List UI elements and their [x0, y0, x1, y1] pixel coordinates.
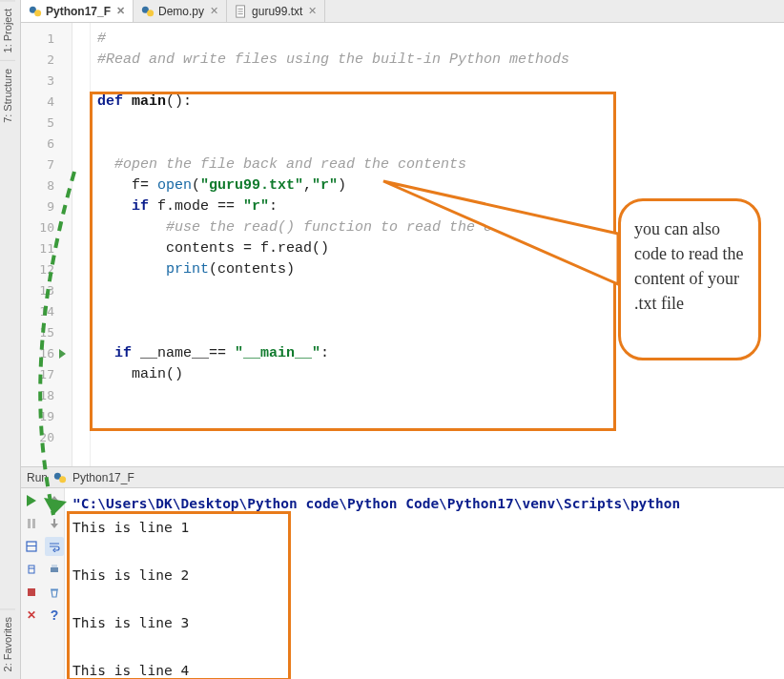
run-path: "C:\Users\DK\Desktop\Python code\Python … [72, 492, 776, 516]
svg-rect-11 [27, 545, 36, 546]
code-line[interactable] [97, 385, 784, 406]
tab-demo-py[interactable]: Demo.py✕ [134, 0, 227, 22]
step-up-icon[interactable] [45, 491, 64, 510]
code-line[interactable] [97, 71, 784, 92]
line-number: 5 [21, 113, 72, 134]
line-number: 17 [21, 364, 72, 385]
code-line[interactable]: #Read and write files using the built-in… [97, 50, 784, 71]
line-number: 10 [21, 217, 72, 238]
favorites-tool[interactable]: 2: Favorites [0, 608, 15, 679]
code-line[interactable] [97, 427, 784, 448]
line-number: 18 [21, 385, 72, 406]
line-number: 12 [21, 259, 72, 280]
gutter: 1234567891011121314151617181920 [21, 23, 72, 466]
line-number: 1 [21, 29, 72, 50]
step-down-icon[interactable] [45, 514, 64, 533]
svg-point-1 [34, 10, 41, 16]
svg-rect-9 [32, 519, 35, 528]
text-file-icon [235, 5, 248, 18]
svg-rect-8 [28, 519, 31, 528]
line-number: 16 [21, 343, 72, 364]
line-number: 15 [21, 322, 72, 343]
console-output: This is line 1 This is line 2 This is li… [72, 516, 776, 679]
line-number: 3 [21, 71, 72, 92]
line-number: 9 [21, 196, 72, 217]
console[interactable]: "C:\Users\DK\Desktop\Python code\Python … [65, 488, 784, 679]
line-number: 8 [21, 175, 72, 196]
line-number: 7 [21, 154, 72, 175]
wrap-icon[interactable] [45, 537, 64, 556]
output-line: This is line 1 [72, 516, 776, 540]
left-tool-strip: 1: Project 7: Structure 2: Favorites [0, 0, 21, 679]
tab-label: Demo.py [158, 5, 204, 18]
code-line[interactable]: main() [97, 364, 784, 385]
svg-rect-12 [29, 566, 34, 573]
output-line [72, 540, 776, 564]
line-number: 6 [21, 134, 72, 154]
svg-rect-13 [51, 567, 58, 572]
pause-icon[interactable] [22, 514, 41, 533]
run-button[interactable] [22, 491, 41, 510]
output-line: This is line 2 [72, 564, 776, 587]
tab-python17-f[interactable]: Python17_F✕ [21, 0, 134, 22]
code-line[interactable]: #open the file back and read the content… [97, 154, 784, 175]
tab-close-icon[interactable]: ✕ [116, 5, 125, 17]
output-line [72, 587, 776, 611]
run-toolbar: ✕ ? [21, 488, 65, 679]
tab-guru99-txt[interactable]: guru99.txt✕ [227, 0, 325, 22]
structure-tool[interactable]: 7: Structure [0, 60, 15, 131]
run-gutter-arrow-icon[interactable] [59, 349, 66, 359]
svg-rect-14 [52, 565, 57, 567]
svg-rect-15 [28, 588, 35, 596]
svg-point-6 [59, 476, 66, 483]
output-line [72, 635, 776, 659]
run-panel: ✕ ? "C:\Users\DK\Desktop\Python code\Pyt… [21, 488, 784, 679]
layout-icon[interactable] [22, 537, 41, 556]
run-label: Run [27, 471, 48, 484]
python-icon [29, 5, 42, 18]
line-number: 13 [21, 280, 72, 301]
code-line[interactable]: def main(): [97, 92, 784, 113]
line-number: 2 [21, 50, 72, 71]
code-line[interactable] [97, 134, 784, 154]
output-line: This is line 3 [72, 611, 776, 635]
line-number: 19 [21, 406, 72, 427]
tab-close-icon[interactable]: ✕ [210, 5, 218, 17]
svg-point-3 [147, 10, 154, 16]
line-number: 14 [21, 301, 72, 322]
callout-bubble: you can also code to read the content of… [618, 198, 761, 360]
stop-icon[interactable] [22, 583, 41, 602]
code-line[interactable]: f= open("guru99.txt","r") [97, 175, 784, 196]
line-number: 11 [21, 238, 72, 259]
run-header: Run Python17_F [21, 467, 784, 488]
project-tool[interactable]: 1: Project [0, 0, 15, 60]
run-config-name: Python17_F [72, 471, 134, 484]
print-icon[interactable] [45, 560, 64, 579]
python-icon [53, 471, 67, 484]
python-icon [141, 5, 155, 18]
trash-icon[interactable] [45, 583, 64, 602]
code-line[interactable] [97, 406, 784, 427]
tab-label: guru99.txt [252, 5, 302, 18]
svg-marker-7 [27, 495, 36, 506]
code-line[interactable]: # [97, 29, 784, 50]
tab-close-icon[interactable]: ✕ [308, 5, 317, 17]
tab-label: Python17_F [46, 5, 111, 18]
settings-icon[interactable] [22, 560, 41, 579]
help-icon[interactable]: ? [45, 606, 64, 625]
output-line: This is line 4 [72, 659, 776, 679]
close-icon[interactable]: ✕ [22, 606, 41, 625]
tab-bar: Python17_F✕Demo.py✕guru99.txt✕ [21, 0, 784, 23]
line-number: 4 [21, 92, 72, 113]
line-number: 20 [21, 427, 72, 448]
code-line[interactable] [97, 113, 784, 134]
